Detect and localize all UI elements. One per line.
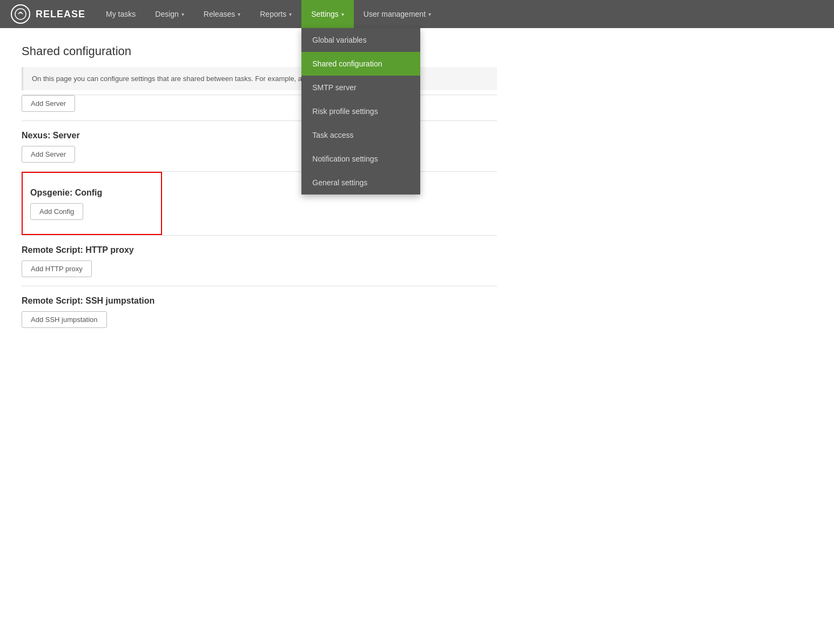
- nav-user-management[interactable]: User management ▾: [354, 0, 441, 28]
- navbar: RELEASE My tasks Design ▾ Releases ▾ Rep…: [0, 0, 834, 28]
- brand-logo: [11, 4, 30, 24]
- remote-ssh-body: Add SSH jumpstation: [22, 311, 497, 337]
- brand[interactable]: RELEASE: [0, 0, 96, 28]
- add-server-button-1[interactable]: Add Server: [22, 95, 75, 112]
- opsgenie-config-title: Opsgenie: Config: [30, 178, 153, 203]
- nav-my-tasks[interactable]: My tasks: [96, 0, 145, 28]
- page-title: Shared configuration: [22, 44, 497, 58]
- add-ssh-jumpstation-button[interactable]: Add SSH jumpstation: [22, 311, 107, 328]
- settings-dropdown: Global variables Shared configuration SM…: [301, 28, 420, 194]
- svg-point-0: [15, 9, 26, 19]
- dropdown-risk-profile-settings[interactable]: Risk profile settings: [301, 99, 420, 123]
- section-nexus-server: Nexus: Server Add Server: [22, 120, 497, 171]
- dropdown-task-access[interactable]: Task access: [301, 123, 420, 147]
- user-mgmt-caret-icon: ▾: [428, 11, 431, 17]
- section-opsgenie-config: Opsgenie: Config Add Config: [22, 171, 497, 235]
- dropdown-smtp-server[interactable]: SMTP server: [301, 76, 420, 99]
- dropdown-general-settings[interactable]: General settings: [301, 171, 420, 194]
- page-description: On this page you can configure settings …: [22, 67, 497, 90]
- releases-caret-icon: ▾: [238, 11, 240, 17]
- add-config-button[interactable]: Add Config: [30, 203, 83, 220]
- section-first: Add Server: [22, 95, 497, 120]
- nexus-server-title: Nexus: Server: [22, 121, 497, 146]
- opsgenie-config-body: Add Config: [30, 203, 153, 229]
- nav-releases[interactable]: Releases ▾: [194, 0, 250, 28]
- design-caret-icon: ▾: [181, 11, 184, 17]
- section-remote-http: Remote Script: HTTP proxy Add HTTP proxy: [22, 235, 497, 286]
- add-http-proxy-button[interactable]: Add HTTP proxy: [22, 260, 92, 277]
- nav-design[interactable]: Design ▾: [145, 0, 194, 28]
- section-first-body: Add Server: [22, 95, 497, 120]
- settings-caret-icon: ▾: [341, 11, 344, 17]
- dropdown-shared-configuration[interactable]: Shared configuration: [301, 52, 420, 76]
- remote-ssh-title: Remote Script: SSH jumpstation: [22, 286, 497, 311]
- opsgenie-highlight-box: Opsgenie: Config Add Config: [22, 172, 162, 235]
- reports-caret-icon: ▾: [289, 11, 292, 17]
- dropdown-notification-settings[interactable]: Notification settings: [301, 147, 420, 171]
- dropdown-global-variables[interactable]: Global variables: [301, 28, 420, 52]
- nexus-server-body: Add Server: [22, 146, 497, 171]
- section-remote-ssh: Remote Script: SSH jumpstation Add SSH j…: [22, 286, 497, 337]
- nav-items: My tasks Design ▾ Releases ▾ Reports ▾ S…: [96, 0, 834, 28]
- brand-name: RELEASE: [36, 9, 85, 20]
- add-server-button-2[interactable]: Add Server: [22, 146, 75, 163]
- remote-http-body: Add HTTP proxy: [22, 260, 497, 286]
- svg-point-1: [20, 12, 22, 14]
- nav-reports[interactable]: Reports ▾: [250, 0, 301, 28]
- nav-settings[interactable]: Settings ▾ Global variables Shared confi…: [301, 0, 354, 28]
- content-area: Add Server Nexus: Server Add Server Opsg…: [22, 95, 497, 353]
- main-content: Shared configuration On this page you ca…: [0, 28, 519, 369]
- remote-http-title: Remote Script: HTTP proxy: [22, 236, 497, 260]
